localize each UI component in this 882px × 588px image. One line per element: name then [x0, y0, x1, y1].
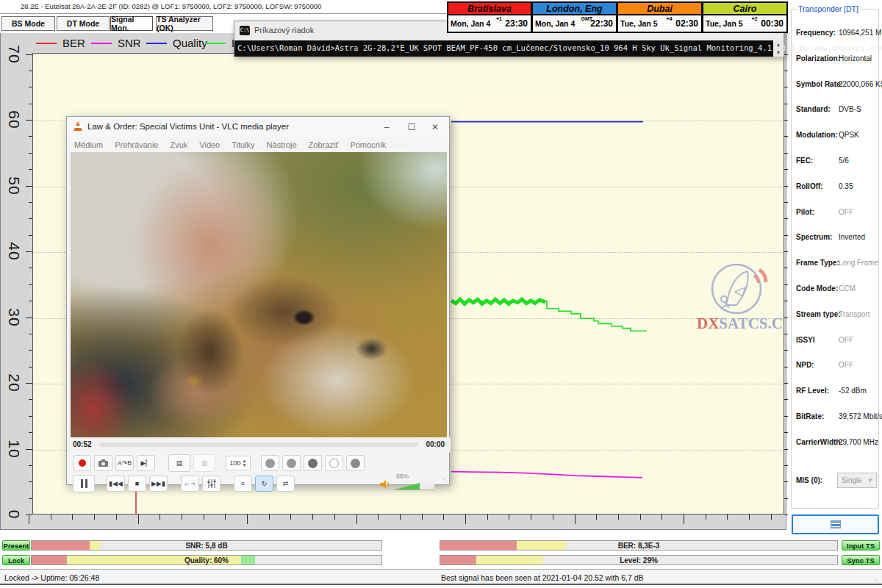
series-snr [451, 472, 642, 478]
sync-ts-indicator: Sync TS [842, 555, 880, 565]
vlc-resize-grip[interactable]: ⋱ [441, 476, 448, 483]
vlc-seek-row: 00:52 00:00 [67, 437, 451, 452]
command-prompt-title: Príkazový riadok [254, 26, 314, 35]
quality-progress-bar: Quality: 60% [31, 555, 382, 565]
mis-value: Single [842, 476, 862, 484]
stop-button[interactable]: ■ [128, 476, 146, 492]
clock-bratislava: BratislavaMon, Jan 4+123:30 [447, 1, 532, 33]
legend-line-icon [205, 43, 226, 44]
mis-dropdown[interactable]: Single ▼ [837, 473, 877, 488]
elapsed-time: 00:52 [73, 440, 92, 448]
tab-ts-analyzer-ok-[interactable]: TS Analyzer (OK) [156, 16, 213, 31]
tab-signal-mon-[interactable]: Signal Mon. [110, 16, 153, 31]
previous-button[interactable]: ▮◀◀ [107, 476, 125, 492]
field-value: 29,700 MHz [839, 438, 878, 446]
marker-circle-5[interactable] [346, 455, 365, 471]
marker-circle-2[interactable] [282, 455, 301, 471]
spinner-arrows-icon[interactable]: ▲▼ [243, 459, 247, 467]
scroll-down-icon[interactable]: ▼ [773, 49, 784, 57]
volume-control[interactable]: 66% [380, 477, 445, 492]
shuffle-button[interactable]: ⇄ [276, 476, 295, 492]
field-value: Inverted [839, 233, 865, 241]
volume-slider[interactable] [392, 479, 434, 490]
frame-by-frame-button[interactable]: ▶▏ [137, 455, 155, 471]
marker-circle-4[interactable] [325, 455, 343, 471]
pause-button[interactable] [73, 475, 95, 492]
legend-item-ber: BER [36, 33, 85, 53]
clock-cairo: CairoTue, Jan 5+200:30 [703, 1, 788, 33]
tab-bs-mode[interactable]: BS Mode [1, 16, 55, 31]
best-signal-status: Best signal has been seen at 2021-01-04 … [441, 573, 644, 582]
field-value: 39,572 Mbit/s [839, 412, 882, 420]
scroll-up-icon[interactable]: ▲ [773, 40, 784, 49]
clock-date: Mon, Jan 4 [535, 19, 575, 28]
command-prompt-content[interactable]: C:\Users\Roman Dávid>Astra 2G-28,2°E_UK … [234, 40, 775, 57]
extended-settings-button[interactable]: ≡ [234, 476, 252, 492]
clock-time: 23:30 [505, 18, 528, 29]
transponder-sidebar: Transponder [DT] Frequency:10964,251 MHz… [788, 0, 882, 540]
y-axis-label: 40 [3, 240, 25, 262]
y-axis-label: 70 [3, 43, 25, 65]
dxsatcs-watermark-logo: DXSATCS.COM [691, 262, 784, 333]
window-resize-grip[interactable]: ⋱ [873, 577, 880, 584]
vlc-window[interactable]: Law & Order: Special Victims Unit - VLC … [66, 116, 450, 485]
lock-indicator: Lock [2, 555, 30, 565]
next-button[interactable]: ▶▶▮ [149, 476, 168, 492]
watermark-dx: DX [697, 315, 719, 332]
vlc-menu-nástroje[interactable]: Nástroje [267, 140, 297, 149]
chevron-down-icon: ▼ [867, 477, 873, 484]
snapshot-button[interactable] [94, 455, 112, 471]
marker-circle-3[interactable] [304, 455, 322, 471]
snr-text: SNR: 5,8 dB [32, 542, 381, 550]
transponder-row-code-mode-: Code Mode:CCM [796, 284, 875, 295]
fullscreen-button[interactable]: ⌐ ¬ [181, 476, 199, 492]
clock-date: Mon, Jan 4 [451, 19, 490, 28]
marker-circle-1[interactable] [261, 455, 279, 471]
field-value: QPSK [839, 131, 859, 139]
ab-loop-button[interactable]: A↷B [115, 455, 134, 471]
tab-dt-mode[interactable]: DT Mode [57, 16, 110, 31]
vlc-cone-icon [74, 121, 82, 131]
field-value: 5/6 [839, 157, 849, 165]
maximize-button[interactable]: ☐ [401, 120, 423, 135]
transponder-row-fec-: FEC:5/6 [796, 157, 875, 167]
clock-time: 22:30 [590, 18, 613, 29]
vlc-menu-médium[interactable]: Médium [74, 140, 103, 149]
legend-line-icon [91, 43, 112, 44]
transponder-row-frame-type-: Frame Type:Long Frame [796, 259, 875, 269]
transponder-row-symbol-rate-: Symbol Rate:22000,066 KS/s [796, 80, 875, 90]
clock-city: Dubai [618, 3, 701, 15]
equalizer-button[interactable] [202, 476, 220, 492]
vlc-menu-zobraziť[interactable]: Zobraziť [309, 140, 339, 149]
vlc-titlebar[interactable]: Law & Order: Special Victims Unit - VLC … [67, 117, 449, 137]
field-label: FEC: [796, 157, 813, 165]
input-ts-indicator: Input TS [842, 540, 880, 551]
transponder-row-rolloff-: RollOff:0.35 [796, 182, 875, 193]
record-button[interactable] [73, 455, 91, 471]
sidebar-action-button[interactable] [792, 514, 879, 534]
minimize-button[interactable]: – [376, 120, 398, 135]
seek-bar[interactable] [99, 442, 418, 447]
extended-list-button[interactable]: ▥ [193, 454, 215, 472]
vlc-menu-prehrávanie[interactable]: Prehrávanie [115, 140, 158, 149]
loop-button[interactable]: ↻ [255, 476, 273, 492]
transponder-row-carrierwidth-: CarrierWidth:29,700 MHz [796, 438, 875, 448]
vlc-menu-zvuk[interactable]: Zvuk [170, 140, 187, 149]
vlc-menu-video[interactable]: Video [199, 140, 220, 149]
vlc-menu-pomocník[interactable]: Pomocník [350, 140, 386, 149]
field-value: 22000,066 KS/s [839, 80, 882, 88]
quality-text: Quality: 60% [32, 556, 381, 564]
vlc-menu-titulky[interactable]: Titulky [232, 140, 254, 149]
vlc-video-frame[interactable] [71, 152, 447, 437]
command-prompt-scrollbar[interactable]: ▲ ▼ [773, 40, 784, 57]
y-axis-label: 30 [3, 306, 25, 329]
playlist-button[interactable]: ▤ [168, 454, 190, 472]
playback-speed-spinner[interactable]: 100 ▲▼ [226, 456, 251, 470]
clock-city: London, Eng [533, 3, 616, 15]
speed-value: 100 [230, 459, 241, 467]
clock-utc-offset: +1 [496, 16, 502, 21]
vlc-advanced-controls: A↷B ▶▏ ▤ ▥ 100 ▲▼ [73, 453, 445, 473]
field-label: RollOff: [796, 182, 823, 190]
close-button[interactable]: ✕ [424, 120, 446, 135]
transponder-row-stream-type-: Stream type:Transport [796, 310, 875, 320]
